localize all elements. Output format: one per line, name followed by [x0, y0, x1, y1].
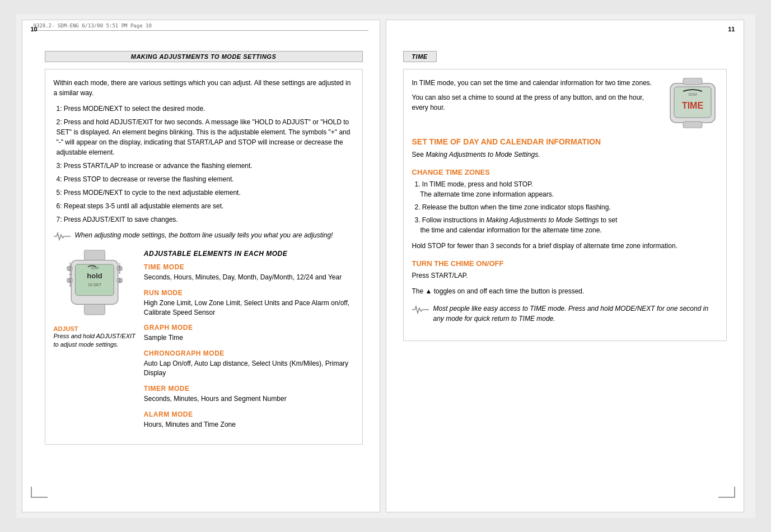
step-3: 3: Press START/LAP to increase or advanc…	[57, 161, 354, 171]
italic-note: When adjusting mode settings, the bottom…	[75, 230, 333, 240]
svg-rect-22	[683, 122, 702, 128]
step-list: 1: Press MODE/NEXT to select the desired…	[57, 104, 354, 225]
alarm-mode-heading: ALARM MODE	[144, 410, 354, 418]
zones-step-2: 2. Release the button when the time zone…	[415, 202, 718, 212]
heartbeat-icon-right	[412, 305, 429, 316]
alarm-mode-desc: Hours, Minutes and Time Zone	[144, 420, 354, 430]
heartbeat-icon-left	[54, 231, 71, 243]
time-watch-image: SDM TIME	[667, 78, 718, 128]
zones-step-3: 3. Follow instructions in Making Adjustm…	[415, 215, 718, 235]
change-zones-heading: CHANGE TIME ZONES	[412, 168, 718, 176]
chronograph-mode-desc: Auto Lap On/off, Auto Lap distance, Sele…	[144, 359, 354, 378]
svg-text:10:SET: 10:SET	[87, 282, 101, 287]
svg-text:TIME: TIME	[681, 101, 703, 110]
set-time-heading: SET TIME OF DAY AND CALENDAR INFORMATION	[412, 137, 718, 147]
time-mode-heading: TIME MODE	[144, 263, 354, 271]
watch-area: hold 10:SET SDM ADJUST/EXIT MODE/NEXT	[54, 250, 135, 436]
step-6: 6: Repeat steps 3-5 until all adjustable…	[57, 201, 354, 211]
corner-bracket-left	[31, 487, 48, 498]
svg-text:SDM: SDM	[688, 92, 697, 96]
alarm-mode-section: ALARM MODE Hours, Minutes and Time Zone	[144, 410, 354, 430]
step-1: 1: Press MODE/NEXT to select the desired…	[57, 104, 354, 114]
chime-heading: TURN THE CHIME ON/OFF	[412, 259, 718, 268]
page-number-left: 10	[31, 26, 38, 32]
run-mode-heading: RUN MODE	[144, 289, 354, 297]
modes-column: ADJUSTABLE ELEMENTS IN EACH MODE TIME MO…	[144, 250, 354, 436]
svg-text:SDM: SDM	[90, 266, 98, 270]
intro-text: Within each mode, there are various sett…	[54, 78, 354, 98]
right-header: TIME	[403, 51, 437, 62]
right-page: 11 TIME In TIME mode, you can set the ti…	[386, 20, 744, 512]
chime-toggle-text: The ▲ toggles on and off each time the b…	[412, 286, 585, 296]
left-header: MAKING ADJUSTMENTS TO MODE SETTINGS	[45, 51, 363, 62]
svg-rect-0	[84, 250, 105, 260]
svg-text:MODE/NEXT: MODE/NEXT	[69, 274, 72, 287]
adjustable-section: hold 10:SET SDM ADJUST/EXIT MODE/NEXT	[54, 250, 354, 436]
adjustable-header: ADJUSTABLE ELEMENTS IN EACH MODE	[144, 250, 354, 258]
chime-area: The ▲ toggles on and off each time the b…	[412, 286, 718, 301]
zones-step-1: 1. In TIME mode, press and hold STOP. Th…	[415, 179, 718, 199]
change-zones-note: Hold STOP for fewer than 3 seconds for a…	[412, 241, 718, 251]
set-time-desc: See Making Adjustments to Mode Settings.	[412, 150, 718, 160]
left-content-box: Within each mode, there are various sett…	[45, 69, 363, 445]
step-5: 5: Press MODE/NEXT to cycle to the next …	[57, 188, 354, 198]
time-mode-section: TIME MODE Seconds, Hours, Minutes, Day, …	[144, 263, 354, 282]
chronograph-mode-section: CHRONOGRAPH MODE Auto Lap On/off, Auto L…	[144, 349, 354, 378]
chronograph-mode-heading: CHRONOGRAPH MODE	[144, 349, 354, 357]
graph-mode-heading: GRAPH MODE	[144, 324, 354, 332]
time-mode-desc: Seconds, Hours, Minutes, Day, Month, Day…	[144, 273, 354, 282]
right-intro-1: In TIME mode, you can set the time and c…	[412, 78, 662, 88]
adjust-label: ADJUST	[54, 325, 135, 332]
right-text-intro: In TIME mode, you can set the time and c…	[412, 78, 662, 113]
svg-text:STOP: STOP	[118, 278, 120, 284]
step-2: 2: Press and hold ADJUST/EXIT for two se…	[57, 117, 354, 157]
timer-mode-section: TIMER MODE Seconds, Minutes, Hours and S…	[144, 385, 354, 404]
step-7: 7: Press ADJUST/EXIT to save changes.	[57, 214, 354, 225]
svg-text:START/LAP: START/LAP	[118, 263, 120, 274]
timer-mode-desc: Seconds, Minutes, Hours and Segment Numb…	[144, 394, 354, 404]
corner-bracket-right	[718, 487, 735, 498]
right-header-area: In TIME mode, you can set the time and c…	[412, 78, 718, 128]
svg-rect-6	[84, 305, 105, 315]
svg-rect-21	[683, 78, 702, 85]
run-mode-section: RUN MODE High Zone Limit, Low Zone Limit…	[144, 289, 354, 318]
right-intro-2: You can also set a chime to sound at the…	[412, 92, 662, 113]
watch-diagram: hold 10:SET SDM ADJUST/EXIT MODE/NEXT	[64, 250, 125, 323]
step-4: 4: Press STOP to decrease or reverse the…	[57, 174, 354, 184]
timer-mode-heading: TIMER MODE	[144, 385, 354, 393]
svg-text:ADJUST/EXIT: ADJUST/EXIT	[69, 262, 72, 275]
adjust-desc: Press and hold ADJUST/EXITto adjust mode…	[54, 332, 135, 349]
graph-mode-desc: Sample Time	[144, 333, 354, 343]
page-number-right: 11	[728, 26, 735, 32]
change-zones-steps: 1. In TIME mode, press and hold STOP. Th…	[415, 179, 718, 235]
top-bar: 9328.2- SDM-ENG 6/13/00 5:51 PM Page 10	[34, 23, 368, 31]
chime-desc: Press START/LAP.	[412, 270, 718, 281]
run-mode-desc: High Zone Limit, Low Zone Limit, Select …	[144, 298, 354, 318]
right-content-box: In TIME mode, you can set the time and c…	[403, 69, 727, 341]
svg-text:hold: hold	[87, 272, 102, 280]
chime-note: Most people like easy access to TIME mod…	[433, 304, 718, 324]
graph-mode-section: GRAPH MODE Sample Time	[144, 324, 354, 343]
left-page: 9328.2- SDM-ENG 6/13/00 5:51 PM Page 10 …	[22, 20, 380, 512]
